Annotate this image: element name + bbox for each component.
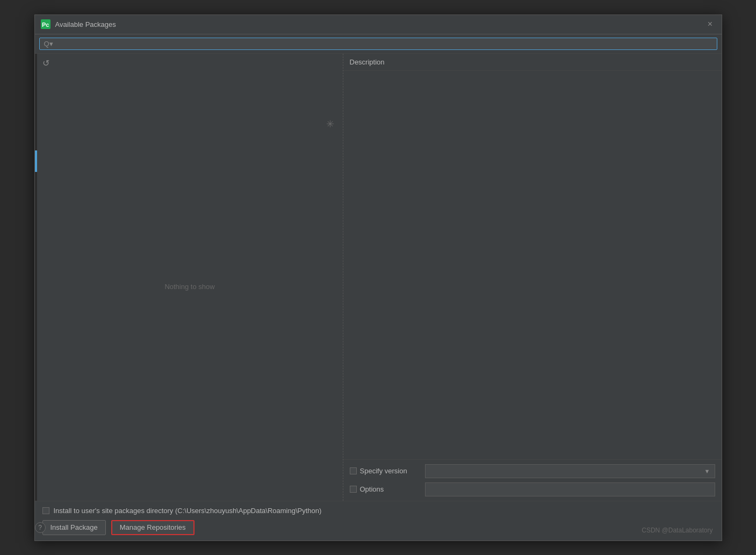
version-row: Specify version ▼ [350, 464, 715, 478]
options-checkbox-label[interactable]: Options [350, 485, 420, 493]
description-panel: Description Specify version ▼ [343, 54, 722, 501]
spinner-icon: ✳ [326, 118, 334, 130]
install-site-checkbox[interactable] [42, 507, 49, 514]
refresh-icon[interactable]: ↺ [42, 58, 49, 68]
title-bar-left: Pc Available Packages [40, 19, 116, 30]
chevron-down-icon: ▼ [704, 468, 710, 474]
specify-version-label: Specify version [360, 467, 407, 475]
help-button[interactable]: ? [35, 522, 46, 533]
main-content: ↺ ✳ Nothing to show Description Specify … [35, 54, 722, 501]
description-header: Description [343, 54, 722, 71]
specify-version-checkbox[interactable] [350, 467, 357, 474]
version-dropdown[interactable]: ▼ [425, 464, 715, 478]
search-icon: Q▾ [44, 40, 53, 48]
manage-repositories-button[interactable]: Manage Repositories [111, 520, 195, 535]
options-input[interactable] [425, 482, 715, 496]
nothing-to-show-label: Nothing to show [37, 73, 343, 501]
loading-spinner: ✳ [326, 118, 334, 130]
options-label: Options [360, 485, 384, 493]
package-list-panel: ↺ ✳ Nothing to show [37, 54, 343, 501]
search-icon-text: Q▾ [44, 40, 53, 48]
svg-text:Pc: Pc [42, 21, 49, 28]
search-input-wrapper: Q▾ [39, 38, 717, 50]
install-site-label: Install to user's site packages director… [54, 507, 322, 515]
search-input[interactable] [56, 40, 712, 48]
watermark-text: CSDN @DataLaboratory [642, 527, 712, 534]
package-list-toolbar: ↺ [37, 54, 343, 73]
available-packages-dialog: Pc Available Packages × Q▾ ↺ ✳ [34, 15, 722, 541]
install-package-button[interactable]: Install Package [42, 520, 106, 535]
options-row: Options [350, 482, 715, 496]
version-options-area: Specify version ▼ Options [343, 459, 722, 501]
bottom-buttons-row: Install Package Manage Repositories [42, 520, 714, 535]
search-bar: Q▾ [35, 34, 722, 54]
options-checkbox[interactable] [350, 486, 357, 493]
app-icon: Pc [40, 19, 51, 30]
bottom-bar: Install to user's site packages director… [35, 501, 722, 540]
title-bar: Pc Available Packages × [35, 15, 722, 34]
specify-version-checkbox-label[interactable]: Specify version [350, 467, 420, 475]
dialog-title: Available Packages [55, 20, 116, 28]
install-site-row: Install to user's site packages director… [42, 507, 714, 515]
description-content [343, 71, 722, 459]
close-button[interactable]: × [704, 18, 716, 30]
